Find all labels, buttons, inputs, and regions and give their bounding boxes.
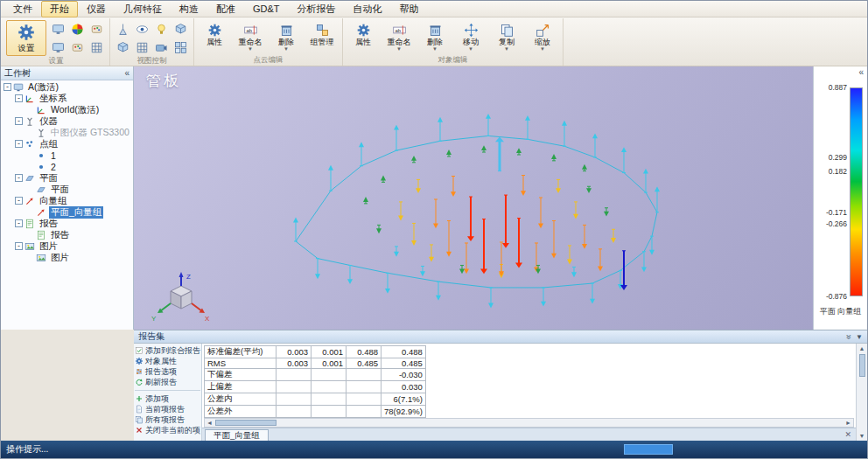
report-action-添加到综合报告[interactable]: 添加到综合报告 [135, 345, 200, 356]
report-action-关闭非当前的项[interactable]: 关闭非当前的项 [135, 425, 200, 435]
tree-item-图片[interactable]: 图片 [1, 252, 133, 263]
deviation-vector [467, 197, 474, 241]
chevron-down-icon[interactable]: ▼ [468, 47, 473, 52]
menu-item-自动化[interactable]: 自动化 [345, 1, 391, 17]
tree-expander-icon[interactable]: - [15, 242, 23, 250]
color-wheel-icon[interactable] [68, 20, 87, 38]
tree-item-向量组[interactable]: -向量组 [1, 195, 133, 206]
menu-item-几何特征[interactable]: 几何特征 [115, 1, 171, 17]
ribbon-button-缩放[interactable]: 缩放▼ [526, 20, 559, 52]
tree-item-World(激活)[interactable]: World(激活) [1, 104, 133, 115]
vertical-scrollbar[interactable]: ▲ ▼ [856, 344, 867, 441]
palette-icon[interactable] [88, 20, 106, 38]
deviation-vector [592, 133, 598, 156]
grid-icon[interactable] [88, 38, 106, 56]
grid2-icon[interactable] [133, 38, 151, 56]
tree-expander-icon[interactable]: - [15, 117, 23, 125]
vscroll-thumb[interactable] [859, 354, 865, 377]
report-action-对象属性[interactable]: 对象属性 [135, 356, 200, 366]
report-action-刷新报告[interactable]: 刷新报告 [135, 377, 200, 387]
ribbon-button-属性[interactable]: 属性 [198, 20, 231, 48]
hscroll-thumb[interactable] [215, 420, 276, 426]
vector-icon [24, 196, 36, 206]
scroll-right-icon[interactable]: ► [844, 420, 853, 426]
report-action-所有项报告[interactable]: 所有项报告 [135, 414, 200, 425]
menu-item-帮助[interactable]: 帮助 [391, 1, 428, 17]
menu-item-开始[interactable]: 开始 [41, 1, 78, 17]
report-action-当前项报告[interactable]: 当前项报告 [135, 404, 200, 414]
chevron-down-icon[interactable]: ▼ [284, 47, 289, 52]
tree-item-仪器[interactable]: -仪器 [1, 115, 133, 127]
tree-expander-icon[interactable]: - [4, 83, 11, 91]
scroll-down-icon[interactable]: ▼ [859, 431, 865, 441]
menu-item-配准[interactable]: 配准 [207, 1, 244, 17]
tree-item-中图仪器 GTS3300[interactable]: 中图仪器 GTS3300 [1, 127, 133, 138]
ribbon-button-属性[interactable]: 属性 [346, 20, 380, 48]
menu-item-仪器[interactable]: 仪器 [78, 1, 115, 17]
menu-item-GD&T[interactable]: GD&T [244, 2, 289, 16]
tree-item-报告[interactable]: -报告 [1, 218, 133, 229]
deviation-vector [411, 223, 416, 245]
tree-item-平面[interactable]: -平面 [1, 172, 133, 184]
menu-item-文件[interactable]: 文件 [4, 1, 41, 17]
tree-item-点组[interactable]: -点组 [1, 138, 133, 150]
scroll-up-icon[interactable]: ▲ [859, 344, 865, 353]
viewport-3d[interactable]: 管板 Z X Y [134, 66, 813, 330]
tree-item-坐标系[interactable]: -坐标系 [1, 93, 133, 104]
chevron-down-icon[interactable]: ▼ [504, 47, 509, 52]
tree-item-1[interactable]: 1 [1, 150, 133, 161]
tree-expander-icon[interactable]: - [15, 94, 23, 102]
tree-item-平面[interactable]: 平面 [1, 184, 133, 195]
brush-icon[interactable] [68, 38, 87, 56]
rename-icon: ab [392, 23, 407, 38]
menu-item-构造[interactable]: 构造 [171, 1, 207, 17]
bulb-icon[interactable] [152, 20, 171, 38]
tree-expander-icon[interactable]: - [15, 197, 23, 205]
ribbon-button-移动[interactable]: 移动▼ [454, 20, 487, 52]
tree-item-平面_向量组[interactable]: 平面_向量组 [1, 206, 133, 218]
tree-item-A(激活)[interactable]: -A(激活) [1, 81, 133, 93]
x-axis [192, 303, 202, 311]
compass-icon[interactable] [114, 38, 132, 56]
report-action-报告选项[interactable]: 报告选项 [135, 366, 200, 377]
chevron-down-icon[interactable]: ▼ [248, 47, 253, 52]
chevron-down-icon[interactable]: ▼ [396, 47, 402, 52]
chevron-down-icon[interactable]: ▼ [540, 47, 545, 52]
chevron-down-icon[interactable]: ▼ [856, 333, 863, 341]
monitor-icon[interactable] [49, 20, 67, 38]
camera-icon[interactable] [152, 38, 171, 56]
ribbon-button-重命名[interactable]: ab重命名▼ [234, 20, 267, 52]
collapse-panel-icon[interactable]: « [844, 334, 853, 339]
monitor-search-icon[interactable] [49, 38, 67, 56]
ribbon-button-设置[interactable]: 设置 [6, 20, 46, 56]
ribbon-button-复制[interactable]: 复制▼ [490, 20, 523, 52]
ribbon-button-删除[interactable]: 删除▼ [270, 20, 303, 52]
cube-icon[interactable] [172, 20, 190, 38]
tree-expander-icon[interactable]: - [15, 140, 23, 148]
ribbon-button-删除[interactable]: 删除▼ [418, 20, 452, 52]
scroll-left-icon[interactable]: ◄ [205, 420, 214, 426]
chevron-down-icon[interactable]: ▼ [432, 47, 438, 52]
probe-icon[interactable] [114, 20, 132, 38]
orientation-triad[interactable]: Z X Y [144, 270, 211, 324]
vector-icon [36, 207, 47, 218]
close-icon[interactable]: ✕ [844, 430, 853, 439]
viewport-collapse-button[interactable]: « [858, 68, 864, 77]
eye-icon[interactable] [133, 20, 151, 38]
tree-expander-icon[interactable]: - [15, 219, 23, 227]
ribbon-button-组管理[interactable]: 组管理 [305, 20, 339, 48]
report-action-添加项[interactable]: 添加项 [135, 393, 200, 404]
row-value [312, 406, 346, 418]
tree-item-图片[interactable]: -图片 [1, 240, 133, 252]
ribbon-button-重命名[interactable]: ab重命名▼ [382, 20, 416, 52]
tree-item-报告[interactable]: 报告 [1, 229, 133, 240]
ribbon: 设置设置视图控制属性ab重命名▼删除▼组管理点云编辑属性ab重命名▼删除▼移动▼… [1, 17, 867, 66]
report-tab[interactable]: 平面_向量组 [205, 429, 269, 441]
colorbar-gradient [850, 87, 863, 296]
menu-item-分析报告[interactable]: 分析报告 [289, 1, 345, 17]
tree-collapse-button[interactable]: « [124, 69, 130, 78]
views-icon[interactable] [172, 38, 190, 56]
tree-item-2[interactable]: 2 [1, 161, 133, 172]
horizontal-scrollbar[interactable]: ◄ ► [204, 418, 854, 428]
tree-expander-icon[interactable]: - [15, 174, 23, 182]
